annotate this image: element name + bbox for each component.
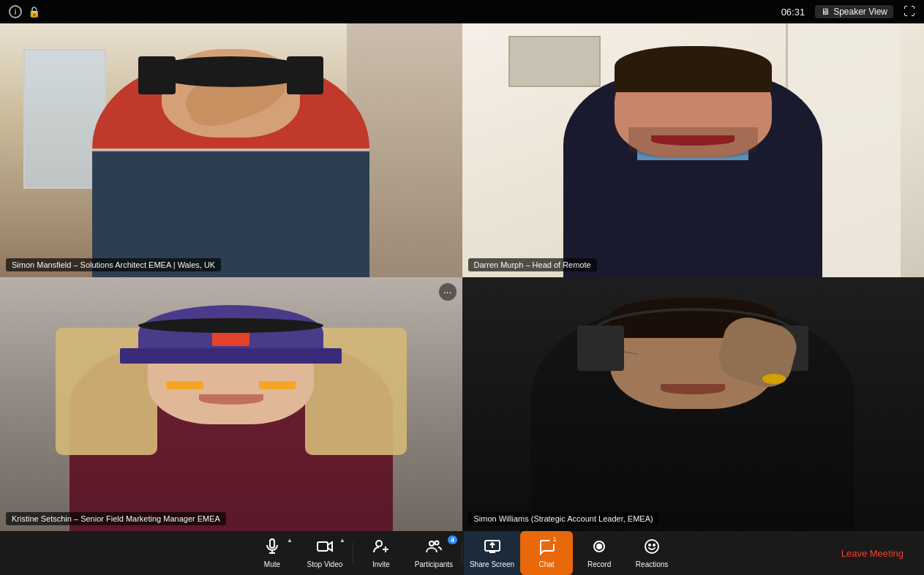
people-icon (425, 538, 443, 555)
participant-name-simon-williams: Simon Williams (Strategic Account Leader… (468, 512, 659, 525)
meeting-timer: 06:31 (781, 7, 805, 18)
participants-count-badge: 4 (448, 535, 457, 544)
mute-icon (263, 538, 281, 558)
divider-1 (353, 542, 353, 564)
svg-point-11 (597, 544, 601, 549)
participant-name-kristine-setschin: Kristine Setschin – Senior Field Marketi… (6, 512, 226, 525)
stop-video-button[interactable]: ▲ Stop Video (298, 531, 351, 575)
record-button[interactable]: Record (573, 531, 626, 575)
svg-rect-3 (318, 542, 328, 551)
participants-icon (425, 538, 443, 558)
video-canvas-simon-williams (462, 277, 925, 531)
video-caret[interactable]: ▲ (339, 537, 345, 544)
invite-icon (372, 538, 390, 558)
chat-badge: 1 (549, 534, 560, 544)
more-options-button-kristine[interactable]: ··· (439, 283, 457, 301)
svg-point-4 (376, 541, 382, 546)
reactions-label: Reactions (636, 560, 668, 568)
svg-point-8 (435, 541, 438, 545)
video-grid: Simon Mansfield – Solutions Architect EM… (0, 23, 924, 531)
emoji-icon (643, 538, 661, 555)
top-bar: i 🔒 06:31 🖥 Speaker View ⛶ (0, 0, 924, 23)
lock-icon: 🔒 (28, 6, 40, 18)
video-canvas-simon-mansfield (0, 23, 462, 277)
chat-button[interactable]: 1 Chat (520, 531, 573, 575)
mute-button[interactable]: ▲ Mute (246, 531, 298, 575)
record-dot-icon (590, 538, 608, 555)
svg-point-14 (653, 544, 655, 546)
invite-label: Invite (372, 560, 390, 568)
info-icon[interactable]: i (9, 5, 22, 18)
svg-point-12 (645, 540, 658, 553)
record-icon (590, 538, 608, 558)
svg-point-7 (429, 541, 434, 546)
top-bar-right: 06:31 🖥 Speaker View ⛶ (781, 5, 915, 18)
video-icon (316, 538, 334, 558)
reactions-button[interactable]: Reactions (626, 531, 678, 575)
video-canvas-kristine-setschin (0, 277, 462, 531)
microphone-icon (263, 538, 281, 555)
share-screen-icon (484, 538, 501, 558)
video-cell-darren-murph: Darren Murph – Head of Remote (462, 23, 925, 277)
record-label: Record (587, 560, 611, 568)
monitor-icon: 🖥 (821, 7, 830, 17)
participants-label: Participants (415, 560, 453, 568)
invite-button[interactable]: Invite (355, 531, 407, 575)
video-cell-simon-mansfield: Simon Mansfield – Solutions Architect EM… (0, 23, 462, 277)
video-canvas-darren-murph (462, 23, 925, 277)
camera-icon (316, 538, 334, 555)
stop-video-label: Stop Video (307, 560, 343, 568)
mute-label: Mute (264, 560, 280, 568)
mute-caret[interactable]: ▲ (287, 537, 293, 544)
leave-meeting-button[interactable]: Leave Meeting (833, 544, 912, 563)
share-screen-label: Share Screen (470, 560, 514, 568)
participants-button[interactable]: 4 Participants (407, 531, 460, 575)
participant-name-simon-mansfield: Simon Mansfield – Solutions Architect EM… (6, 258, 221, 271)
video-cell-simon-williams: Simon Williams (Strategic Account Leader… (462, 277, 925, 531)
toolbar: ▲ Mute ▲ Stop Video (0, 531, 924, 575)
reactions-icon (643, 538, 661, 558)
svg-point-13 (649, 544, 650, 546)
speaker-view-button[interactable]: 🖥 Speaker View (815, 5, 893, 18)
chat-label: Chat (539, 560, 555, 568)
svg-rect-0 (270, 539, 274, 548)
screen-share-icon (484, 538, 501, 555)
share-screen-button[interactable]: Share Screen (464, 531, 520, 575)
participant-name-darren-murph: Darren Murph – Head of Remote (468, 258, 597, 271)
top-bar-left: i 🔒 (9, 5, 40, 18)
view-label: Speaker View (833, 7, 887, 17)
divider-2 (462, 542, 462, 564)
add-person-icon (372, 538, 390, 555)
fullscreen-icon[interactable]: ⛶ (904, 5, 915, 18)
video-cell-kristine-setschin: ··· Kristine Setschin – Senior Field Mar… (0, 277, 462, 531)
